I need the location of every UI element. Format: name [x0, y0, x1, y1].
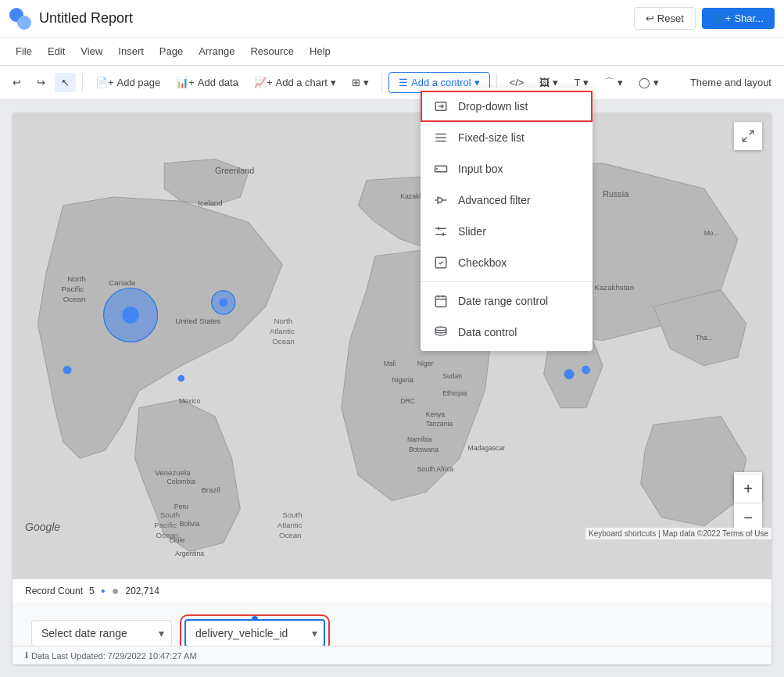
map-expand-button[interactable] — [734, 122, 762, 150]
svg-text:Brazil: Brazil — [201, 485, 220, 494]
text-icon: T — [574, 77, 580, 88]
menu-page[interactable]: Page — [153, 42, 189, 60]
menu-view[interactable]: View — [74, 42, 109, 60]
svg-text:Mo...: Mo... — [704, 229, 719, 237]
menu-item-advanced-filter[interactable]: Advanced filter — [421, 184, 592, 216]
menu-bar: File Edit View Insert Page Arrange Resou… — [0, 38, 784, 66]
svg-text:Pacific: Pacific — [154, 521, 177, 529]
add-component-icon: ⊞ — [352, 77, 360, 88]
svg-text:Kenya: Kenya — [426, 410, 446, 418]
menu-item-dropdown-list[interactable]: Drop-down list — [421, 91, 592, 122]
shape2-chevron: ▾ — [653, 77, 659, 88]
menu-help[interactable]: Help — [303, 42, 337, 60]
svg-text:Tha...: Tha... — [696, 334, 713, 342]
add-control-chevron: ▾ — [474, 77, 480, 88]
share-button[interactable]: 👤+ Shar... — [702, 8, 775, 29]
main-content: Canada United States Mexico Venezuela Co… — [0, 100, 784, 677]
image-icon: 🖼 — [539, 77, 550, 88]
slider-label: Slider — [458, 225, 486, 238]
reset-button[interactable]: ↩ Reset — [634, 7, 696, 30]
menu-item-fixed-size-list[interactable]: Fixed-size list — [421, 122, 592, 153]
menu-item-checkbox[interactable]: Checkbox — [421, 247, 592, 278]
svg-text:Kazakhstan: Kazakhstan — [594, 283, 634, 292]
svg-point-4 — [63, 366, 72, 374]
shape-button[interactable]: ⌒ ▾ — [598, 72, 629, 94]
svg-text:Iceland: Iceland — [198, 199, 222, 207]
svg-point-3 — [219, 298, 227, 306]
date-range-select[interactable]: Select date range — [31, 620, 172, 647]
delivery-vehicle-control[interactable]: delivery_vehicle_id — [184, 619, 325, 647]
shape2-icon: ◯ — [639, 77, 650, 88]
undo-icon: ↩ — [13, 77, 21, 88]
date-range-control-label: Date range control — [458, 295, 548, 307]
data-status-icon: ℹ — [25, 650, 28, 661]
redo-button[interactable]: ↪ — [30, 73, 52, 92]
svg-text:Atlantic: Atlantic — [277, 521, 303, 529]
select-tool-button[interactable]: ↖ — [55, 73, 76, 92]
map-legend: Record Count 5 ● ● 202,714 — [13, 578, 771, 602]
fixed-size-list-icon — [433, 130, 449, 145]
svg-line-53 — [750, 131, 754, 134]
svg-text:Colombia: Colombia — [167, 478, 196, 485]
dropdown-divider — [421, 281, 592, 282]
reset-icon: ↩ — [646, 13, 654, 24]
checkbox-icon — [433, 255, 449, 270]
svg-text:Sudan: Sudan — [442, 372, 462, 380]
svg-text:Ocean: Ocean — [279, 531, 302, 539]
svg-text:Ocean: Ocean — [156, 531, 178, 539]
add-component-chevron: ▾ — [363, 77, 369, 88]
report-title: Untitled Report — [39, 10, 634, 27]
shape2-button[interactable]: ◯ ▾ — [632, 73, 665, 92]
add-data-icon: 📊+ — [176, 77, 195, 88]
input-box-icon — [433, 161, 449, 177]
record-count-value: 202,714 — [125, 586, 159, 596]
add-component-button[interactable]: ⊞ ▾ — [345, 73, 375, 92]
svg-text:Nigeria: Nigeria — [392, 376, 414, 384]
toolbar-divider-2 — [381, 73, 382, 92]
menu-file[interactable]: File — [9, 42, 38, 60]
date-range-icon — [433, 293, 449, 309]
zoom-in-button[interactable]: + — [734, 475, 762, 503]
svg-text:Greenland: Greenland — [215, 166, 254, 175]
svg-text:Botswana: Botswana — [409, 446, 439, 453]
svg-point-7 — [582, 366, 590, 374]
add-data-button[interactable]: 📊+ Add data — [170, 73, 245, 92]
svg-text:Peru: Peru — [174, 503, 188, 510]
svg-point-6 — [564, 369, 575, 379]
svg-point-5 — [177, 375, 184, 382]
theme-layout-button[interactable]: Theme and layout — [684, 73, 778, 92]
svg-text:Ocean: Ocean — [63, 295, 86, 303]
svg-text:South: South — [160, 510, 180, 519]
fixed-size-list-label: Fixed-size list — [458, 131, 524, 144]
add-page-button[interactable]: 📄+ Add page — [89, 73, 166, 92]
svg-text:Mali: Mali — [384, 360, 396, 367]
menu-insert[interactable]: Insert — [112, 42, 150, 60]
map-zoom-controls: + − — [734, 475, 762, 532]
svg-text:Mexico: Mexico — [179, 397, 201, 405]
advanced-filter-icon — [433, 192, 449, 208]
add-chart-icon: 📈+ — [254, 77, 273, 88]
menu-item-input-box[interactable]: Input box — [421, 153, 592, 184]
svg-text:Russia: Russia — [603, 189, 628, 199]
map-credits: Keyboard shortcuts | Map data ©2022 Term… — [585, 528, 771, 539]
menu-arrange[interactable]: Arrange — [192, 42, 241, 60]
add-chart-button[interactable]: 📈+ Add a chart ▾ — [248, 73, 342, 92]
svg-text:Namibia: Namibia — [407, 435, 432, 443]
menu-edit[interactable]: Edit — [41, 42, 71, 60]
report-canvas: Canada United States Mexico Venezuela Co… — [13, 113, 771, 664]
svg-text:DRC: DRC — [400, 397, 415, 405]
menu-item-data-control[interactable]: Data control — [421, 317, 592, 348]
data-control-label: Data control — [458, 326, 517, 338]
menu-item-slider[interactable]: Slider — [421, 216, 592, 247]
title-bar-actions: ↩ Reset 👤+ Shar... — [634, 7, 775, 30]
svg-text:Bolivia: Bolivia — [180, 520, 200, 528]
redo-icon: ↪ — [37, 77, 45, 88]
image-chevron: ▾ — [553, 77, 558, 88]
add-control-dropdown-menu: Drop-down list Fixed-size list Input box — [421, 88, 592, 351]
undo-button[interactable]: ↩ — [6, 73, 27, 92]
menu-item-date-range-control[interactable]: Date range control — [421, 285, 592, 317]
menu-resource[interactable]: Resource — [244, 42, 300, 60]
checkbox-label: Checkbox — [458, 256, 507, 269]
shape-icon: ⌒ — [604, 76, 614, 90]
svg-text:Argentina: Argentina — [175, 550, 204, 557]
